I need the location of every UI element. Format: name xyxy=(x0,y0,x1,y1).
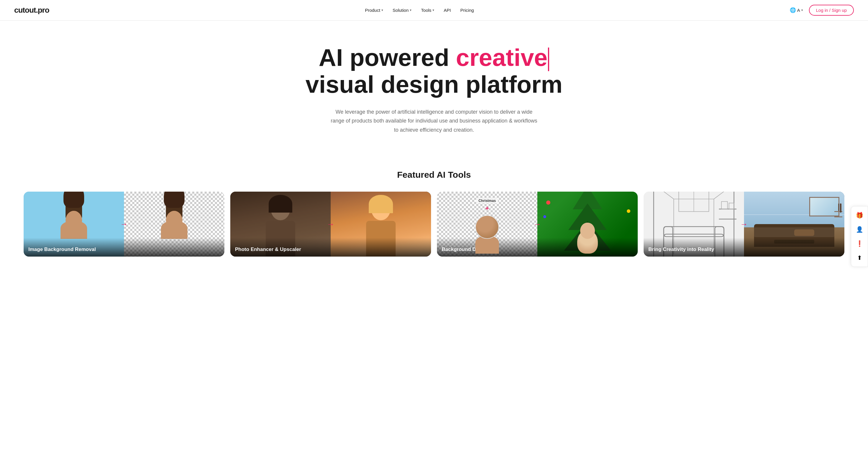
tool-card-creativity[interactable]: → xyxy=(644,192,844,257)
tool-card-bg-diffusion[interactable]: Christmas + → xyxy=(437,192,638,257)
tool-label-bg-removal: Image Background Removal xyxy=(24,238,224,257)
nav-links: Product ▾ Solution ▾ Tools ▾ API Pricing xyxy=(365,8,474,13)
chevron-down-icon: ▾ xyxy=(433,8,434,12)
alert-button[interactable]: ❗ xyxy=(853,237,866,250)
featured-tools-title: Featured AI Tools xyxy=(0,170,868,180)
navbar: cutout.pro Product ▾ Solution ▾ Tools ▾ … xyxy=(0,0,868,21)
chevron-down-icon: ▾ xyxy=(410,8,411,12)
tool-label-photo-enhancer: Photo Enhancer & Upscaler xyxy=(230,238,431,257)
nav-api[interactable]: API xyxy=(444,8,451,13)
christmas-badge: Christmas xyxy=(476,198,498,203)
arrow-right-icon: → xyxy=(533,220,541,229)
nav-right: 🌐 A ▾ Log in / Sign up xyxy=(790,5,854,15)
translate-icon: 🌐 xyxy=(790,7,796,13)
nav-solution[interactable]: Solution ▾ xyxy=(393,8,411,13)
arrow-right-icon: → xyxy=(327,220,335,229)
hero-title-suffix: visual design platform xyxy=(306,71,562,98)
hero-title: AI powered creative visual design platfo… xyxy=(12,44,856,98)
language-selector[interactable]: 🌐 A ▾ xyxy=(790,7,803,13)
login-button[interactable]: Log in / Sign up xyxy=(809,5,854,15)
logo[interactable]: cutout.pro xyxy=(14,6,49,15)
arrow-right-icon: → xyxy=(120,220,128,229)
chevron-down-icon: ▾ xyxy=(801,8,803,12)
upload-button[interactable]: ⬆ xyxy=(853,251,866,264)
lang-label: A xyxy=(797,8,800,13)
avatar-button[interactable]: 👤 xyxy=(853,223,866,236)
plus-icon: + xyxy=(485,204,489,212)
tool-label-bg-diffusion: Background Diffusion xyxy=(437,238,638,257)
featured-tools-section: Featured AI Tools → xyxy=(0,170,868,286)
arrow-right-icon: → xyxy=(740,220,748,229)
nav-pricing[interactable]: Pricing xyxy=(460,8,474,13)
tool-label-creativity: Bring Creativity into Reality xyxy=(644,238,844,257)
tool-card-photo-enhancer[interactable]: → Photo Enhancer & Upscaler xyxy=(230,192,431,257)
tool-card-bg-removal[interactable]: → Image Background Removal xyxy=(24,192,224,257)
hero-title-highlight: creative xyxy=(456,44,547,71)
hero-title-prefix: AI powered xyxy=(319,44,456,71)
cursor-blink xyxy=(548,48,549,71)
nav-product[interactable]: Product ▾ xyxy=(365,8,383,13)
gift-button[interactable]: 🎁 xyxy=(853,209,866,222)
hero-section: AI powered creative visual design platfo… xyxy=(0,21,868,170)
sidebar-panel: 🎁 👤 ❗ ⬆ xyxy=(851,206,868,267)
tools-grid: → Image Background Removal xyxy=(0,192,868,274)
chevron-down-icon: ▾ xyxy=(381,8,383,12)
hero-subtitle: We leverage the power of artificial inte… xyxy=(331,107,537,135)
nav-tools[interactable]: Tools ▾ xyxy=(421,8,434,13)
